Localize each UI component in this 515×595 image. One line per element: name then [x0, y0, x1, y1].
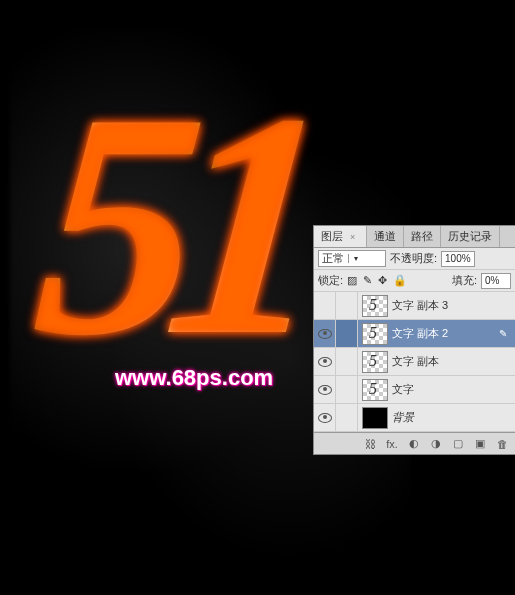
link-column[interactable]	[336, 376, 358, 403]
tab-layers[interactable]: 图层 ×	[314, 226, 367, 247]
visibility-toggle[interactable]	[314, 404, 336, 431]
blend-mode-dropdown[interactable]: 正常 ▾	[318, 250, 386, 267]
eye-icon	[318, 413, 332, 423]
layer-thumbnail[interactable]	[362, 379, 388, 401]
opacity-input[interactable]: 100%	[441, 251, 475, 267]
watermark: www.68ps.com	[115, 365, 273, 391]
layer-row[interactable]: 文字 副本	[314, 348, 515, 376]
tab-paths[interactable]: 路径	[404, 226, 441, 247]
layer-name[interactable]: 文字 副本 3	[392, 298, 515, 313]
tab-channels[interactable]: 通道	[367, 226, 404, 247]
link-column[interactable]	[336, 292, 358, 319]
layer-name[interactable]: 文字	[392, 382, 515, 397]
layer-name[interactable]: 背景	[392, 410, 515, 425]
fill-input[interactable]: 0%	[481, 273, 511, 289]
fx-icon[interactable]: fx.	[385, 438, 399, 450]
new-layer-icon[interactable]: ▣	[473, 437, 487, 450]
layer-row[interactable]: ✎ 文字 副本 2	[314, 320, 515, 348]
layer-thumbnail[interactable]	[362, 323, 388, 345]
visibility-toggle[interactable]	[314, 292, 336, 319]
eye-icon	[318, 329, 332, 339]
lock-label: 锁定:	[318, 273, 343, 288]
link-column[interactable]: ✎	[336, 320, 358, 347]
visibility-toggle[interactable]	[314, 376, 336, 403]
panel-tabs: 图层 × 通道 路径 历史记录	[314, 226, 515, 248]
artwork-text: 51	[24, 40, 316, 408]
panel-footer: ⛓ fx. ◐ ◑ ▢ ▣ 🗑	[314, 432, 515, 454]
layer-name[interactable]: 文字 副本	[392, 354, 515, 369]
tab-close-icon[interactable]: ×	[346, 229, 359, 245]
folder-icon[interactable]: ▢	[451, 437, 465, 450]
layer-name[interactable]: 文字 副本 2	[392, 326, 515, 341]
brush-icon: ✎	[499, 328, 507, 339]
layer-thumbnail[interactable]	[362, 407, 388, 429]
layer-row[interactable]: 文字 副本 3	[314, 292, 515, 320]
trash-icon[interactable]: 🗑	[495, 438, 509, 450]
layer-thumbnail[interactable]	[362, 351, 388, 373]
visibility-toggle[interactable]	[314, 320, 336, 347]
lock-transparency-icon[interactable]: ▨	[347, 274, 357, 287]
lock-position-icon[interactable]: ✥	[378, 274, 387, 287]
link-layers-icon[interactable]: ⛓	[363, 438, 377, 450]
tab-label: 图层	[321, 230, 343, 242]
layer-row[interactable]: 背景	[314, 404, 515, 432]
link-column[interactable]	[336, 404, 358, 431]
mask-icon[interactable]: ◐	[407, 437, 421, 450]
lock-icons-group: ▨ ✎ ✥ 🔒	[347, 274, 407, 287]
lock-all-icon[interactable]: 🔒	[393, 274, 407, 287]
blend-mode-value: 正常	[322, 251, 344, 266]
layer-thumbnail[interactable]	[362, 295, 388, 317]
lock-fill-row: 锁定: ▨ ✎ ✥ 🔒 填充: 0%	[314, 270, 515, 292]
visibility-toggle[interactable]	[314, 348, 336, 375]
layers-panel: 图层 × 通道 路径 历史记录 正常 ▾ 不透明度: 100% 锁定: ▨ ✎ …	[313, 225, 515, 455]
eye-icon	[318, 357, 332, 367]
layer-row[interactable]: 文字	[314, 376, 515, 404]
layers-list: 文字 副本 3 ✎ 文字 副本 2 文字 副本 文字 背景	[314, 292, 515, 432]
adjustment-icon[interactable]: ◑	[429, 437, 443, 450]
eye-icon	[318, 385, 332, 395]
lock-paint-icon[interactable]: ✎	[363, 274, 372, 287]
fill-label: 填充:	[452, 273, 477, 288]
chevron-down-icon: ▾	[348, 254, 362, 263]
opacity-label: 不透明度:	[390, 251, 437, 266]
tab-history[interactable]: 历史记录	[441, 226, 500, 247]
link-column[interactable]	[336, 348, 358, 375]
blend-opacity-row: 正常 ▾ 不透明度: 100%	[314, 248, 515, 270]
